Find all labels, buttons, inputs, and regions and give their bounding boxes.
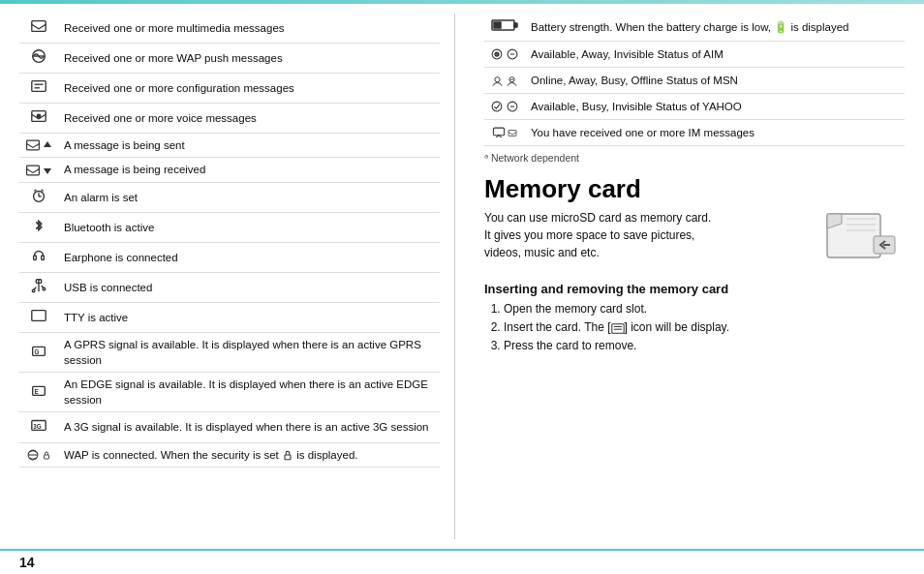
multimedia-icon [30,17,47,35]
3g-label: A 3G signal is available. It is displaye… [58,412,440,442]
table-row: G A GPRS signal is available. It is disp… [19,333,440,373]
svg-rect-40 [45,455,49,459]
icon-cell [19,104,58,134]
svg-rect-15 [34,256,37,260]
config-icon [30,77,47,95]
svg-text:3G: 3G [33,423,42,430]
im-chat-icon [492,126,506,139]
table-row: Received one or more WAP push messages [19,44,440,74]
icon-cell [19,302,58,332]
left-column: Received one or more multimedia messages… [19,14,455,539]
im-label: You have received one or more IM message… [525,120,905,146]
svg-line-14 [42,189,44,191]
icon-cell [484,120,525,146]
receiving-icon-group [25,163,52,178]
wap-label: Received one or more WAP push messages [58,44,440,74]
svg-line-13 [35,189,37,191]
earphone-icon [30,247,47,264]
inserting-title: Inserting and removing the memory card [484,282,905,296]
icon-cell [484,68,525,94]
msn-label: Online, Away, Busy, Offline Status of MS… [525,68,905,94]
im-icons [490,126,519,139]
icon-cell [484,94,525,120]
alarm-icon [30,187,47,204]
icon-cell: 3G [19,412,58,442]
icon-cell [484,14,525,42]
icon-cell [19,442,58,467]
table-row: Online, Away, Busy, Offline Status of MS… [484,68,905,94]
yahoo-busy-icon [506,100,519,113]
aim-away-icon [506,47,519,61]
memory-card-title: Memory card [484,175,905,203]
msg-icon [25,137,41,153]
msg-icon2 [25,163,41,178]
svg-rect-43 [514,23,517,27]
icon-cell [19,212,58,242]
icon-cell: G [19,333,58,373]
svg-rect-55 [493,129,504,136]
table-row: Received one or more configuration messa… [19,74,440,104]
table-row: You have received one or more IM message… [484,120,905,146]
icon-table: Received one or more multimedia messages… [19,14,440,468]
list-item: Open the memory card slot. [504,300,905,318]
svg-rect-64 [611,323,623,333]
yahoo-label: Available, Busy, Invisible Status of YAH… [525,94,905,120]
icon-cell [19,74,58,104]
voice-label: Received one or more voice messages [58,104,440,134]
memory-card-section: Memory card You can use microSD card as … [484,175,905,539]
table-row: TTY is active [19,302,440,332]
list-item: Press the card to remove. [504,337,905,355]
table-row: A message is being sent [19,134,440,158]
battery-label: Battery strength. When the battery charg… [525,14,905,42]
aim-available-icon [490,47,504,61]
table-row: Received one or more voice messages [19,104,440,134]
icon-cell [19,134,58,158]
svg-rect-23 [32,311,46,321]
svg-text:E: E [35,388,39,395]
right-icon-table: Battery strength. When the battery charg… [484,14,905,146]
3g-icon: 3G [30,416,47,434]
table-row: Bluetooth is active [19,212,440,242]
wap-security-label: WAP is connected. When the security is s… [58,442,440,467]
svg-rect-44 [494,22,501,28]
icon-cell [19,14,58,44]
alarm-label: An alarm is set [58,182,440,212]
svg-rect-3 [32,81,46,92]
edge-label: An EDGE signal is available. It is displ… [58,373,440,412]
memory-card-description: You can use microSD card as memory card.… [484,209,808,261]
yahoo-available-icon [490,100,504,113]
svg-point-22 [43,287,46,290]
icon-cell: E [19,373,58,412]
svg-point-7 [37,114,41,118]
bluetooth-icon [30,217,47,234]
sending-label: A message is being sent [58,134,440,158]
list-item: Insert the card. The [] icon will be dis… [504,318,905,337]
table-row: WAP is connected. When the security is s… [19,442,440,467]
icon-cell [19,158,58,182]
earphone-label: Earphone is connected [58,242,440,272]
table-row: Available, Busy, Invisible Status of YAH… [484,94,905,120]
usb-label: USB is connected [58,272,440,302]
page-number: 14 [19,555,35,570]
icon-cell [19,44,58,74]
globe-icon [26,448,40,462]
msn-busy-icon [506,75,518,87]
svg-point-49 [495,76,500,81]
memory-card-body: You can use microSD card as memory card.… [484,209,905,272]
bottom-bar: 14 [0,549,924,574]
gprs-label: A GPRS signal is available. It is displa… [58,333,440,373]
voice-icon [30,107,47,125]
svg-point-52 [492,102,502,111]
memory-card-illustration [817,209,905,272]
table-row: An alarm is set [19,182,440,212]
icon-cell [484,42,525,68]
aim-label: Available, Away, Invisible Status of AIM [525,42,905,68]
battery-icon [491,18,518,32]
multimedia-label: Received one or more multimedia messages [58,14,440,44]
svg-rect-16 [42,256,45,260]
table-row: Battery strength. When the battery charg… [484,14,905,42]
inserting-steps: Open the memory card slot. Insert the ca… [484,300,905,356]
icon-cell [19,182,58,212]
wap-icon [30,47,47,65]
svg-point-21 [32,289,35,292]
